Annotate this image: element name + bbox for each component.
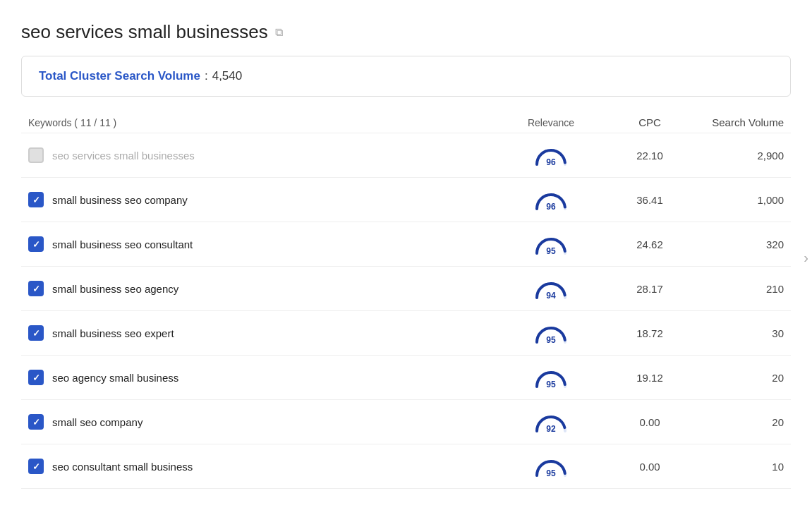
keyword-cell: small business seo expert — [28, 325, 495, 341]
cpc-cell: 24.62 — [607, 238, 692, 250]
relevance-value: 95 — [532, 380, 570, 389]
relevance-cell: 95 — [495, 320, 607, 346]
keyword-cell: small seo company — [28, 414, 495, 430]
table-row: seo services small businesses 9622.102,9… — [21, 133, 791, 178]
keyword-text: seo services small businesses — [52, 150, 195, 162]
keyword-cell: small business seo consultant — [28, 236, 495, 252]
relevance-gauge: 95 — [532, 320, 570, 346]
relevance-cell: 96 — [495, 142, 607, 169]
keyword-text: small business seo consultant — [52, 238, 193, 250]
table-row: small business seo company 9636.411,000 — [21, 178, 791, 222]
search-volume-cell: 1,000 — [692, 194, 791, 206]
keyword-cell: small business seo agency — [28, 281, 495, 296]
cluster-volume-colon: : — [205, 69, 208, 83]
row-checkbox[interactable] — [28, 236, 44, 252]
cluster-volume-box: Total Cluster Search Volume : 4,540 — [21, 56, 791, 97]
relevance-cell: 96 — [495, 186, 607, 213]
row-checkbox[interactable] — [28, 325, 44, 341]
relevance-gauge: 96 — [532, 186, 570, 213]
keyword-text: seo consultant small business — [52, 461, 193, 473]
row-checkbox[interactable] — [28, 147, 44, 163]
cpc-cell: 36.41 — [607, 194, 692, 206]
row-checkbox[interactable] — [28, 281, 44, 296]
cpc-cell: 28.17 — [607, 283, 692, 295]
row-checkbox[interactable] — [28, 459, 44, 474]
copy-icon[interactable]: ⧉ — [275, 26, 283, 39]
search-volume-cell: 30 — [692, 327, 791, 339]
keyword-text: small seo company — [52, 416, 143, 428]
keyword-cell: seo agency small business — [28, 370, 495, 385]
cluster-volume-value: 4,540 — [212, 69, 243, 83]
cpc-cell: 0.00 — [607, 461, 692, 473]
cluster-volume-label: Total Cluster Search Volume — [39, 69, 200, 83]
relevance-value: 94 — [532, 291, 570, 301]
relevance-cell: 94 — [495, 275, 607, 302]
relevance-gauge: 94 — [532, 275, 570, 302]
relevance-gauge: 95 — [532, 453, 570, 480]
table-row: small business seo expert 9518.7230 — [21, 311, 791, 356]
cpc-cell: 0.00 — [607, 416, 692, 428]
relevance-value: 95 — [532, 246, 570, 256]
search-volume-cell: 2,900 — [692, 150, 791, 162]
keyword-text: small business seo agency — [52, 283, 178, 295]
relevance-cell: 92 — [495, 408, 607, 435]
row-checkbox[interactable] — [28, 370, 44, 385]
keyword-cell: seo services small businesses — [28, 147, 495, 163]
keyword-text: seo agency small business — [52, 372, 178, 384]
header-relevance: Relevance — [495, 116, 607, 128]
search-volume-cell: 320 — [692, 238, 791, 250]
relevance-value: 92 — [532, 424, 570, 434]
table-header: Keywords ( 11 / 11 ) Relevance CPC Searc… — [21, 112, 791, 133]
table-row: seo agency small business 9519.1220 — [21, 356, 791, 400]
relevance-cell: 95 — [495, 231, 607, 258]
relevance-value: 95 — [532, 335, 570, 345]
table-row: small seo company 920.0020 — [21, 400, 791, 444]
relevance-cell: 95 — [495, 364, 607, 391]
search-volume-cell: 10 — [692, 461, 791, 473]
right-chevron-icon[interactable]: › — [800, 243, 812, 273]
relevance-value: 96 — [532, 202, 570, 212]
relevance-gauge: 96 — [532, 142, 570, 169]
cpc-cell: 18.72 — [607, 327, 692, 339]
cpc-cell: 22.10 — [607, 150, 692, 162]
table-row: small business seo consultant 9524.62320 — [21, 222, 791, 267]
table-body: seo services small businesses 9622.102,9… — [21, 133, 791, 489]
relevance-value: 95 — [532, 468, 570, 478]
title-text: seo services small businesses — [21, 21, 268, 43]
row-checkbox[interactable] — [28, 414, 44, 430]
relevance-gauge: 95 — [532, 364, 570, 391]
relevance-gauge: 92 — [532, 408, 570, 435]
search-volume-cell: 20 — [692, 416, 791, 428]
keyword-cell: small business seo company — [28, 192, 495, 207]
keyword-cell: seo consultant small business — [28, 459, 495, 474]
relevance-gauge: 95 — [532, 231, 570, 258]
table-row: seo consultant small business 950.0010 — [21, 444, 791, 489]
keyword-text: small business seo company — [52, 194, 188, 206]
relevance-cell: 95 — [495, 453, 607, 480]
page-title: seo services small businesses ⧉ — [21, 21, 791, 43]
row-checkbox[interactable] — [28, 192, 44, 207]
header-keyword: Keywords ( 11 / 11 ) — [28, 116, 495, 128]
relevance-value: 96 — [532, 157, 570, 167]
search-volume-cell: 20 — [692, 372, 791, 384]
header-cpc: CPC — [607, 116, 692, 128]
table-row: small business seo agency 9428.17210 — [21, 267, 791, 311]
keyword-text: small business seo expert — [52, 327, 174, 339]
search-volume-cell: 210 — [692, 283, 791, 295]
header-sv: Search Volume — [692, 116, 791, 128]
cpc-cell: 19.12 — [607, 372, 692, 384]
